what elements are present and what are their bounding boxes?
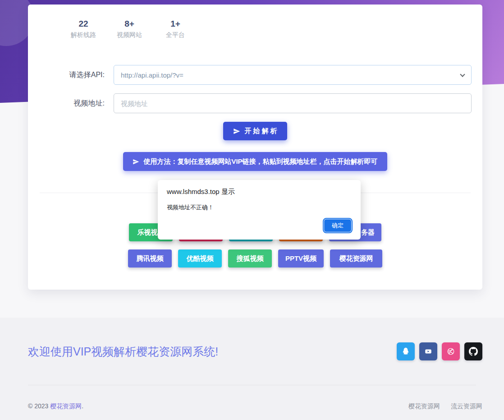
github-icon [469,347,478,356]
platform-button-tengxun[interactable]: 腾讯视频 [128,249,172,268]
copyright-prefix: © 2023 [28,402,50,410]
api-select-label: 请选择API: [28,70,105,80]
api-select[interactable]: http://api.apii.top/?v= [114,65,472,85]
platform-button-youku[interactable]: 优酷视频 [178,249,222,268]
dribbble-social-button[interactable] [442,342,460,360]
dribbble-icon [447,347,455,355]
footer-link-yinghua[interactable]: 樱花资源网 [408,402,440,411]
video-url-row: 视频地址: [28,93,482,113]
youtube-social-button[interactable] [419,342,437,360]
platform-row-2: 腾讯视频 优酷视频 搜狐视频 PPTV视频 樱花资源网 [28,249,482,268]
stat-label: 视频网站 [115,30,143,40]
stat-parse-lines: 22 解析线路 [69,18,97,40]
copyright: © 2023 樱花资源网. [28,402,83,411]
usage-banner: 使用方法：复制任意视频网站VIP链接，粘贴到视频地址栏，点击开始解析即可 [123,152,387,171]
video-url-input[interactable] [114,93,472,113]
stat-value: 1+ [161,18,189,30]
footer-bottom: © 2023 樱花资源网. 樱花资源网 流云资源网 [0,385,504,411]
welcome-text: 欢迎使用VIP视频解析樱花资源网系统! [28,344,218,359]
browser-alert-dialog: www.lshmds3.top 显示 视频地址不正确！ 确定 [158,180,361,240]
banner-row: 使用方法：复制任意视频网站VIP链接，粘贴到视频地址栏，点击开始解析即可 [28,152,482,171]
platform-button-souhu[interactable]: 搜狐视频 [228,249,272,268]
submit-row: 开 始 解 析 [28,122,482,140]
social-row [397,342,482,360]
stat-video-sites: 8+ 视频网站 [115,18,143,40]
api-select-wrap: http://api.apii.top/?v= [114,65,472,85]
alert-title: www.lshmds3.top 显示 [167,188,352,196]
footer-links: 樱花资源网 流云资源网 [408,402,482,411]
usage-banner-text: 使用方法：复制任意视频网站VIP链接，粘贴到视频地址栏，点击开始解析即可 [143,157,377,166]
stat-all-platform: 1+ 全平台 [161,18,189,40]
stat-label: 全平台 [161,30,189,40]
youtube-icon [424,347,432,355]
qq-social-button[interactable] [397,342,415,360]
parser-card: 22 解析线路 8+ 视频网站 1+ 全平台 请选择API: http://ap… [28,5,482,290]
github-social-button[interactable] [464,342,482,360]
stats-bar: 22 解析线路 8+ 视频网站 1+ 全平台 [28,18,482,40]
paper-plane-icon [233,128,240,135]
copyright-link[interactable]: 樱花资源网 [50,402,82,410]
platform-button-pptv[interactable]: PPTV视频 [278,249,324,268]
footer-link-liuyun[interactable]: 流云资源网 [451,402,482,411]
video-url-label: 视频地址: [28,99,105,108]
start-parse-button[interactable]: 开 始 解 析 [223,122,287,140]
stat-value: 22 [69,18,97,30]
footer-top: 欢迎使用VIP视频解析樱花资源网系统! [0,318,504,360]
alert-confirm-button[interactable]: 确定 [324,219,352,232]
copyright-suffix: . [82,402,83,410]
alert-actions: 确定 [324,219,352,232]
alert-message: 视频地址不正确！ [167,203,352,212]
stat-value: 8+ [115,18,143,30]
qq-icon [401,347,410,356]
platform-button-yinghua[interactable]: 樱花资源网 [330,249,382,268]
parse-form: 请选择API: http://api.apii.top/?v= 视频地址: [28,65,482,113]
paper-plane-icon [133,158,139,165]
stat-label: 解析线路 [69,30,97,40]
api-select-row: 请选择API: http://api.apii.top/?v= [28,65,482,85]
start-parse-label: 开 始 解 析 [244,127,277,135]
footer: 欢迎使用VIP视频解析樱花资源网系统! [0,318,504,420]
